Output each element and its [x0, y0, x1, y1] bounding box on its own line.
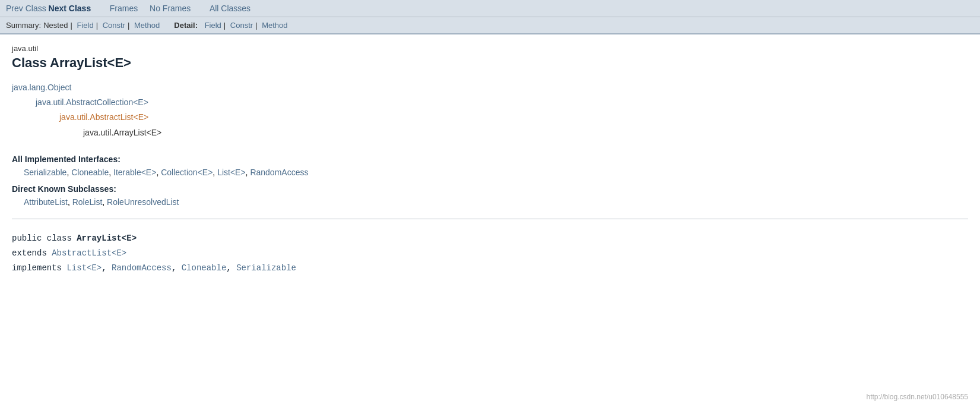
class-title: Class ArrayList<E> [12, 55, 968, 71]
inherit-row-3: java.util.ArrayList<E> [83, 125, 968, 140]
detail-field-link[interactable]: Field [205, 21, 221, 30]
inherit-row-2: java.util.AbstractList<E> [59, 110, 968, 125]
sep5: | [255, 21, 259, 30]
code-classname: ArrayList<E> [77, 234, 137, 243]
sep1: | [70, 21, 74, 30]
all-classes-link[interactable]: All Classes [210, 4, 250, 13]
top-nav: Prev Class Next Class Frames No Frames A… [0, 0, 980, 17]
subclass-rolelist[interactable]: RoleList [72, 197, 103, 207]
no-frames-link[interactable]: No Frames [150, 4, 191, 13]
frames-link[interactable]: Frames [110, 4, 138, 13]
inheritance-tree: java.lang.Object java.util.AbstractColle… [12, 80, 968, 140]
nav-sep2 [142, 4, 145, 13]
interface-randomaccess[interactable]: RandomAccess [250, 168, 308, 177]
main-content: java.util Class ArrayList<E> java.lang.O… [0, 34, 980, 285]
summary-nested: Nested [43, 21, 68, 30]
class-declaration: public class ArrayList<E> extends Abstra… [12, 231, 968, 276]
sep4: | [224, 21, 228, 30]
code-extends-link[interactable]: AbstractList<E> [52, 248, 126, 258]
code-comma2: , [172, 263, 182, 273]
subclass-attributelist[interactable]: AttributeList [24, 197, 68, 207]
code-line-1: public class ArrayList<E> [12, 231, 968, 246]
sep3: | [128, 21, 132, 30]
interface-list[interactable]: List<E> [217, 168, 245, 177]
section-divider [12, 219, 968, 219]
code-line-3: implements List<E>, RandomAccess, Clonea… [12, 261, 968, 276]
summary-bar: Summary: Nested | Field | Constr | Metho… [0, 17, 980, 34]
inherit-link-abstractcollection[interactable]: java.util.AbstractCollection<E> [36, 97, 148, 107]
sep2: | [96, 21, 100, 30]
prev-class-link[interactable]: Prev Class [6, 4, 46, 13]
code-extends: extends [12, 248, 52, 258]
subclasses-title: Direct Known Subclasses: [12, 184, 968, 194]
interfaces-title: All Implemented Interfaces: [12, 154, 968, 164]
interface-iterable[interactable]: Iterable<E> [113, 168, 156, 177]
code-implements-list[interactable]: List<E> [66, 263, 102, 273]
detail-label: Detail: [174, 21, 198, 30]
summary-constr-link[interactable]: Constr [103, 21, 125, 30]
summary-field-link[interactable]: Field [77, 21, 93, 30]
code-comma1: , [102, 263, 112, 273]
inherit-current: java.util.ArrayList<E> [83, 128, 161, 137]
detail-space [200, 21, 202, 30]
inherit-row-0: java.lang.Object [12, 80, 968, 95]
summary-method-link[interactable]: Method [134, 21, 160, 30]
detail-constr-link[interactable]: Constr [230, 21, 253, 30]
interface-collection[interactable]: Collection<E> [161, 168, 213, 177]
summary-label: Summary: [6, 21, 41, 30]
code-implements-cloneable[interactable]: Cloneable [182, 263, 227, 273]
subclass-roleunresolvedlist[interactable]: RoleUnresolvedList [107, 197, 179, 207]
code-public-class: public class [12, 234, 77, 243]
code-line-2: extends AbstractList<E> [12, 246, 968, 261]
subclasses-section: Direct Known Subclasses: AttributeList, … [12, 184, 968, 207]
code-implements-serializable[interactable]: Serializable [236, 263, 296, 273]
package-name: java.util [12, 44, 968, 53]
inherit-link-object[interactable]: java.lang.Object [12, 83, 71, 92]
interface-cloneable[interactable]: Cloneable [71, 168, 109, 177]
nav-sep3 [195, 4, 205, 13]
code-comma3: , [226, 263, 236, 273]
inherit-link-abstractlist[interactable]: java.util.AbstractList<E> [59, 112, 148, 122]
interface-serializable[interactable]: Serializable [24, 168, 66, 177]
interfaces-section: All Implemented Interfaces: Serializable… [12, 154, 968, 177]
code-implements: implements [12, 263, 66, 273]
code-implements-randomaccess[interactable]: RandomAccess [112, 263, 172, 273]
inherit-row-1: java.util.AbstractCollection<E> [36, 95, 968, 110]
detail-method-link[interactable]: Method [262, 21, 287, 30]
next-class-link[interactable]: Next Class [49, 4, 91, 13]
interfaces-content: Serializable, Cloneable, Iterable<E>, Co… [24, 168, 968, 177]
nav-sep1 [96, 4, 105, 13]
subclasses-content: AttributeList, RoleList, RoleUnresolvedL… [24, 197, 968, 207]
